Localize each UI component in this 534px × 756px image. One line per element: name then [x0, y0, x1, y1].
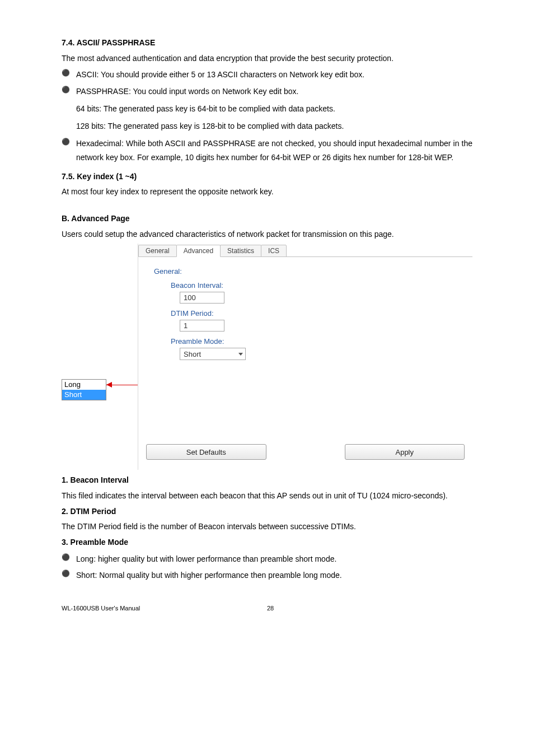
- intro-advanced-page: Users could setup the advanced character…: [62, 228, 472, 241]
- bullet-hex: ⚫ Hexadecimal: While both ASCII and PASS…: [62, 137, 472, 165]
- footer-page-number: 28: [144, 605, 472, 612]
- tab-ics[interactable]: ICS: [261, 245, 287, 257]
- bullet-text: Long: higher quality but with lower perf…: [76, 552, 472, 566]
- text-beacon-interval: This filed indicates the interval betwee…: [62, 490, 472, 502]
- apply-button[interactable]: Apply: [345, 444, 465, 460]
- page-footer: WL-1600USB User's Manual 28: [62, 605, 472, 612]
- select-preamble-value: Short: [184, 350, 201, 358]
- label-preamble-mode: Preamble Mode:: [171, 337, 462, 346]
- label-dtim-period: DTIM Period:: [171, 309, 462, 318]
- tab-advanced[interactable]: Advanced: [176, 245, 221, 257]
- select-preamble-mode[interactable]: Short: [180, 348, 246, 360]
- bullet-icon: ⚫: [62, 137, 76, 165]
- chevron-down-icon: [238, 353, 243, 356]
- sub-64bits: 64 bits: The generated pass key is 64-bi…: [76, 102, 472, 116]
- bullet-text: ASCII: You should provide either 5 or 13…: [76, 68, 472, 82]
- bullet-text: Hexadecimal: While both ASCII and PASSPH…: [76, 137, 472, 165]
- text-7-5: At most four key index to represent the …: [62, 186, 472, 198]
- bullet-preamble-short: ⚫ Short: Normal quality but with higher …: [62, 568, 472, 582]
- heading-7-4: 7.4. ASCII/ PASSPHRASE: [62, 37, 472, 49]
- heading-advanced-page: B. Advanced Page: [62, 213, 472, 225]
- tab-general[interactable]: General: [138, 245, 177, 257]
- heading-dtim-period: 2. DTIM Period: [62, 506, 472, 518]
- tab-strip: General Advanced Statistics ICS: [138, 244, 472, 257]
- preamble-option-short[interactable]: Short: [62, 390, 106, 400]
- bullet-icon: ⚫: [62, 85, 76, 99]
- figure-advanced-tab: Long Short General Advanced Statistics I…: [62, 244, 472, 470]
- label-beacon-interval: Beacon Interval:: [171, 281, 462, 290]
- tab-statistics[interactable]: Statistics: [220, 245, 261, 257]
- input-beacon-interval[interactable]: 100: [180, 292, 224, 304]
- settings-panel: General Advanced Statistics ICS General:…: [138, 244, 472, 470]
- text-dtim-period: The DTIM Period field is the number of B…: [62, 521, 472, 533]
- bullet-icon: ⚫: [62, 68, 76, 82]
- bullet-text: PASSPHRASE: You could input words on Net…: [76, 85, 472, 99]
- bullet-text: Short: Normal quality but with higher pe…: [76, 568, 472, 582]
- input-dtim-period[interactable]: 1: [180, 320, 224, 332]
- bullet-icon: ⚫: [62, 568, 76, 582]
- heading-7-5: 7.5. Key index (1 ~4): [62, 171, 472, 183]
- preamble-option-long[interactable]: Long: [62, 379, 106, 390]
- heading-preamble-mode: 3. Preamble Mode: [62, 536, 472, 549]
- preamble-dropdown-open[interactable]: Long Short: [62, 379, 106, 400]
- set-defaults-button[interactable]: Set Defaults: [146, 444, 266, 460]
- intro-7-4: The most advanced authentication and dat…: [62, 53, 472, 65]
- sub-128bits: 128 bits: The generated pass key is 128-…: [76, 119, 472, 133]
- bullet-ascii: ⚫ ASCII: You should provide either 5 or …: [62, 68, 472, 82]
- heading-beacon-interval: 1. Beacon Interval: [62, 474, 472, 487]
- bullet-preamble-long: ⚫ Long: higher quality but with lower pe…: [62, 552, 472, 566]
- group-label-general: General:: [154, 267, 462, 276]
- bullet-icon: ⚫: [62, 552, 76, 566]
- bullet-passphrase: ⚫ PASSPHRASE: You could input words on N…: [62, 85, 472, 99]
- footer-title: WL-1600USB User's Manual: [62, 605, 140, 612]
